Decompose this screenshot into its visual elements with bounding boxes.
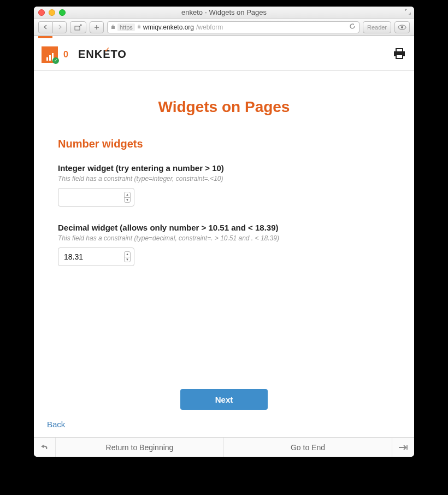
nav-buttons <box>38 21 67 33</box>
page-content: ✓ 0 ✓ ENKETO Widgets on Pages Number wid… <box>34 36 414 457</box>
go-to-end-icon-button[interactable] <box>392 438 414 457</box>
form-footer: Next Back <box>34 384 414 437</box>
window-title: enketo - Widgets on Pages <box>34 8 414 16</box>
queue-icon[interactable]: ✓ <box>42 46 58 63</box>
active-tab-indicator <box>38 36 52 38</box>
form-body: Widgets on Pages Number widgets Integer … <box>34 71 414 384</box>
decimal-value: 18.31 <box>64 252 83 261</box>
scheme-label: https <box>117 23 135 31</box>
new-tab-button[interactable] <box>90 21 104 33</box>
svg-rect-2 <box>138 26 140 29</box>
go-to-end-button[interactable]: Go to End <box>224 438 392 457</box>
lock-small-icon <box>137 24 141 30</box>
queue-counter: 0 <box>63 50 68 60</box>
back-link[interactable]: Back <box>47 420 65 429</box>
browser-window: enketo - Widgets on Pages https <box>34 7 414 457</box>
svg-rect-7 <box>396 55 403 58</box>
next-button[interactable]: Next <box>180 389 268 410</box>
page-title: Widgets on Pages <box>58 98 390 116</box>
svg-point-4 <box>401 26 403 28</box>
return-to-beginning-button[interactable]: Return to Beginning <box>56 438 224 457</box>
browser-toolbar: https wmiqv.enketo.org/webform Reader <box>34 19 414 36</box>
section-title: Number widgets <box>58 138 390 150</box>
web-inspector-button[interactable] <box>394 21 410 33</box>
brand-text: ENKETO <box>78 48 127 60</box>
integer-field: Integer widget (try entering a number > … <box>58 163 390 207</box>
decimal-hint: This field has a constraint (type=decima… <box>58 234 390 242</box>
app-header: ✓ 0 ✓ ENKETO <box>34 38 414 71</box>
decimal-input[interactable]: 18.31 ▲▼ <box>58 248 134 266</box>
integer-input[interactable]: ▲▼ <box>58 188 134 207</box>
integer-label: Integer widget (try entering a number > … <box>58 163 390 173</box>
lock-icon <box>111 24 115 31</box>
url-path: /webform <box>196 23 223 31</box>
svg-rect-6 <box>396 49 403 52</box>
bottom-nav: Return to Beginning Go to End <box>34 437 414 457</box>
integer-hint: This field has a constraint (type=intege… <box>58 175 390 182</box>
brand-logo: ✓ ENKETO <box>78 48 127 61</box>
return-icon-button[interactable] <box>34 438 56 457</box>
print-button[interactable] <box>392 48 406 62</box>
url-host: wmiqv.enketo.org <box>143 23 194 31</box>
decimal-label: Decimal widget (allows only number > 10.… <box>58 223 390 232</box>
reader-button[interactable]: Reader <box>363 21 391 33</box>
integer-stepper[interactable]: ▲▼ <box>124 192 131 203</box>
svg-rect-1 <box>111 26 115 29</box>
share-button[interactable] <box>70 21 86 33</box>
titlebar: enketo - Widgets on Pages <box>34 7 414 19</box>
back-button[interactable] <box>38 21 52 33</box>
decimal-stepper[interactable]: ▲▼ <box>124 251 131 262</box>
address-bar[interactable]: https wmiqv.enketo.org/webform <box>107 21 359 33</box>
decimal-field: Decimal widget (allows only number > 10.… <box>58 223 390 266</box>
forward-button[interactable] <box>52 21 67 33</box>
check-icon: ✓ <box>52 57 59 64</box>
fullscreen-icon[interactable] <box>405 9 411 16</box>
refresh-button[interactable] <box>349 23 356 31</box>
